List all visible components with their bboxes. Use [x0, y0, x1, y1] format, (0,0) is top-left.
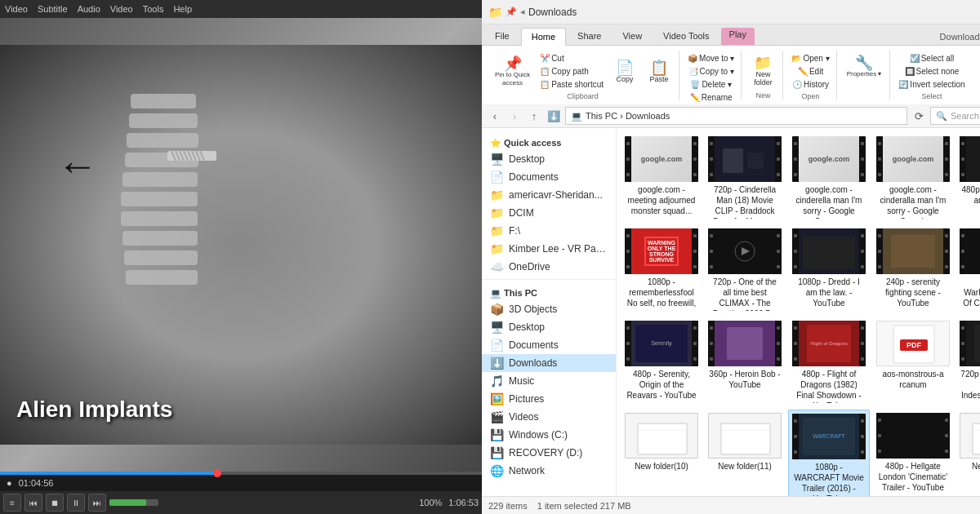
properties-button[interactable]: 🔧 Properties ▾	[842, 52, 887, 81]
list-item[interactable]: Flight of Dragons 480p - Flight of Drago…	[788, 317, 870, 406]
copy-path-button[interactable]: 📋 Copy path	[537, 65, 607, 78]
list-item[interactable]: 720p - papa roach - Singular Indestructi…	[956, 317, 980, 406]
onedrive-icon: ☁️	[490, 260, 504, 273]
copy-to-button[interactable]: 📑 Copy to ▾	[685, 65, 737, 78]
open-button[interactable]: 📂 Open ▾	[788, 52, 832, 64]
sidebar-item-documents2[interactable]: 📄 Documents	[482, 336, 616, 354]
select-all-button[interactable]: ☑️ Select all	[906, 52, 958, 64]
back-button[interactable]: ‹	[487, 108, 503, 124]
list-item[interactable]: 720p - Cinderella Man (18) Movie CLIP - …	[705, 133, 785, 222]
list-item[interactable]: 720p - One of the all time best CLIMAX -…	[705, 225, 785, 314]
menu-video2[interactable]: Video	[110, 4, 133, 14]
ribbon-tabs: File Home Share View Video Tools Play Do…	[482, 24, 980, 46]
list-item[interactable]: 360p - Heroin Bob - YouTube	[705, 317, 785, 406]
stop-btn[interactable]: ⏹	[46, 494, 64, 512]
prev-btn[interactable]: ⏮	[24, 494, 42, 512]
sidebar-item-desktop[interactable]: 🖥️ Desktop	[482, 150, 616, 168]
file-name: New folder(9)	[972, 461, 980, 472]
sidebar-item-network[interactable]: 🌐 Network	[482, 462, 616, 480]
list-item[interactable]: New folder(10)	[621, 410, 702, 496]
playlist-btn[interactable]: ≡	[3, 494, 21, 512]
tab-file[interactable]: File	[485, 28, 519, 45]
menu-help[interactable]: Help	[173, 4, 192, 14]
recent-locations-button[interactable]: ⬇️	[546, 108, 562, 124]
sidebar-item-onedrive[interactable]: ☁️ OneDrive	[482, 258, 616, 276]
forward-button[interactable]: ›	[506, 108, 523, 124]
invert-icon: 🔄	[898, 80, 908, 89]
menu-tools[interactable]: Tools	[143, 4, 164, 14]
svg-rect-9	[124, 250, 198, 265]
copy-button[interactable]: 📄 Copy	[608, 57, 641, 86]
menu-subtitle[interactable]: Subtitle	[38, 4, 68, 14]
move-to-button[interactable]: 📦 Move to ▾	[684, 52, 737, 64]
edit-label: Edit	[809, 67, 823, 76]
menu-audio[interactable]: Audio	[78, 4, 100, 14]
clipboard-label: Clipboard	[567, 92, 599, 100]
list-item[interactable]: Serenity 480p - Serenity, Origin of the …	[621, 317, 702, 406]
sidebar-item-dcim[interactable]: 📁 DCIM	[482, 204, 616, 222]
tab-video-tools[interactable]: Video Tools	[653, 28, 719, 45]
tab-view[interactable]: View	[612, 28, 652, 45]
drive-c-icon: 💾	[490, 428, 504, 441]
file-name: 1080p - rememberlessfool No self, no fre…	[625, 277, 698, 311]
play-pause-btn[interactable]: ⏸	[67, 494, 85, 512]
list-item[interactable]: PDF aos-monstrous-a rcanum	[873, 317, 953, 406]
sidebar-item-music[interactable]: 🎵 Music	[482, 372, 616, 390]
svg-rect-0	[0, 45, 482, 445]
sidebar-item-kimber[interactable]: 📁 Kimber Lee - VR Pac...	[482, 240, 616, 258]
sidebar-item-americavr[interactable]: 📁 americavr-Sheridan...	[482, 186, 616, 204]
list-item[interactable]: WARCRAFT 1080p - WARCRAFT Movie Trailer …	[788, 410, 870, 496]
volume-bar[interactable]	[109, 499, 158, 506]
next-btn[interactable]: ⏭	[88, 494, 106, 512]
sidebar-item-pictures[interactable]: 🖼️ Pictures	[482, 390, 616, 408]
list-item[interactable]: 480p 480p - marines, we are leaving - Yo…	[956, 133, 980, 222]
sidebar-item-downloads[interactable]: ⬇️ Downloads	[482, 354, 616, 372]
copy-label: Copy	[617, 75, 634, 83]
list-item[interactable]: New folder(9)	[956, 410, 980, 496]
list-item[interactable]: New folder(11)	[705, 410, 785, 496]
paste-shortcut-button[interactable]: 📋 Paste shortcut	[537, 78, 607, 91]
list-item[interactable]: 240p - serenity fighting scene - YouTube	[873, 225, 953, 314]
sidebar-label: Videos	[509, 411, 538, 423]
file-thumbnail: Serenity	[625, 321, 698, 366]
list-item[interactable]: 1080p - Warhammer Mark Of Chaos(1080p...	[956, 225, 980, 314]
list-item[interactable]: google.com google.com - cinderella man I…	[788, 133, 870, 222]
tab-home[interactable]: Home	[521, 28, 566, 46]
list-item[interactable]: WARNINGONLY THESTRONGSURVIVE 1080p - rem…	[621, 225, 702, 314]
pin-quick-access-button[interactable]: 📌 Pin to Quickaccess	[490, 53, 535, 90]
new-folder-button[interactable]: 📁 Newfolder	[746, 52, 779, 90]
paste-button[interactable]: 📋 Paste	[643, 57, 675, 86]
delete-button[interactable]: 🗑️ Delete ▾	[687, 78, 735, 91]
sidebar-item-documents[interactable]: 📄 Documents	[482, 168, 616, 186]
tab-play[interactable]: Play	[721, 28, 755, 45]
sidebar-item-videos[interactable]: 🎬 Videos	[482, 408, 616, 426]
list-item[interactable]: google.com google.com - cinderalla man I…	[873, 133, 953, 222]
menu-video[interactable]: Video	[5, 4, 28, 14]
new-label: New	[755, 91, 770, 100]
paste-label: Paste	[650, 75, 669, 83]
list-item[interactable]: 480p - Hellgate London 'Cinematic' Trail…	[873, 410, 953, 496]
search-box[interactable]: 🔍 Search Downloads	[930, 107, 980, 125]
sidebar-item-recovery-d[interactable]: 💾 RECOVERY (D:)	[482, 444, 616, 462]
tab-share[interactable]: Share	[568, 28, 611, 45]
sidebar-item-f-drive[interactable]: 📁 F:\	[482, 222, 616, 240]
invert-selection-button[interactable]: 🔄 Invert selection	[895, 78, 968, 91]
rename-button[interactable]: ✏️ Rename	[687, 91, 736, 104]
sidebar-item-desktop2[interactable]: 🖥️ Desktop	[482, 318, 616, 336]
history-button[interactable]: 🕒 History	[789, 78, 832, 91]
sidebar-item-3dobjects[interactable]: 📦 3D Objects	[482, 300, 616, 318]
file-thumbnail	[708, 321, 782, 366]
address-path[interactable]: 💻 This PC › Downloads	[565, 107, 907, 125]
cut-button[interactable]: ✂️ Cut	[537, 52, 607, 64]
up-button[interactable]: ↑	[526, 108, 542, 124]
list-item[interactable]: 1080p - Dredd - I am the law. - YouTube	[788, 225, 870, 314]
ribbon-content: 📌 Pin to Quickaccess ✂️ Cut 📋 Copy path …	[482, 46, 980, 104]
edit-button[interactable]: ✏️ Edit	[795, 65, 826, 78]
video-progress-bar[interactable]	[0, 472, 482, 475]
sidebar-item-windows-c[interactable]: 💾 Windows (C:)	[482, 426, 616, 444]
refresh-button[interactable]: ⟳	[911, 108, 927, 124]
list-item[interactable]: google.com google.com - meeting adjourne…	[621, 133, 702, 222]
select-none-button[interactable]: 🔲 Select none	[902, 65, 963, 78]
file-thumbnail	[708, 136, 782, 182]
quick-access-section: ⭐ Quick access	[482, 133, 616, 150]
